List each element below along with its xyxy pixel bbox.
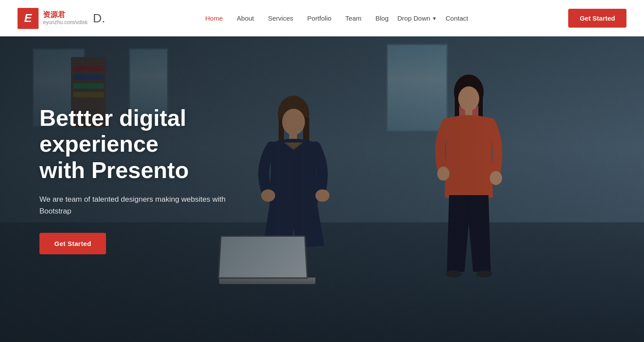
nav-contact: Contact	[440, 14, 474, 22]
chevron-down-icon: ▼	[432, 16, 437, 21]
brand-subtitle: eyunzhu.com/vdisk	[43, 19, 88, 25]
nav-blog: Blog	[370, 14, 394, 22]
hero-title: Bettter digital experience with Presento	[39, 105, 232, 184]
nav-dropdown: Drop Down ▼	[397, 7, 437, 30]
nav-portfolio-link[interactable]: Portfolio	[302, 11, 336, 25]
brand-dot: D.	[93, 11, 105, 25]
nav-services: Services	[263, 14, 299, 22]
nav-dropdown-link[interactable]: Drop Down ▼	[397, 3, 437, 33]
brand-text: 资源君 eyunzhu.com/vdisk	[43, 11, 88, 25]
nav-home-link[interactable]: Home	[200, 11, 228, 25]
hero-content: Bettter digital experience with Presento…	[0, 105, 272, 255]
hero-title-line2: with Presento	[39, 157, 189, 183]
hero-title-line1: Bettter digital experience	[39, 105, 186, 157]
hero-subtitle: We are team of talented designers making…	[39, 193, 232, 217]
nav-portfolio: Portfolio	[302, 14, 336, 22]
nav-team-link[interactable]: Team	[340, 11, 367, 25]
hero-section: ♻	[0, 0, 644, 342]
nav-about-link[interactable]: About	[232, 11, 259, 25]
brand-logo-link[interactable]: E 资源君 eyunzhu.com/vdisk D.	[18, 8, 105, 29]
hero-cta-button[interactable]: Get Started	[39, 233, 106, 254]
nav-blog-link[interactable]: Blog	[370, 11, 394, 25]
nav-links: Home About Services Portfolio Team Blog …	[200, 7, 474, 30]
brand-name: 资源君	[43, 11, 88, 19]
nav-home: Home	[200, 14, 228, 22]
dropdown-toggle: Drop Down ▼	[397, 14, 437, 22]
nav-about: About	[232, 14, 259, 22]
navbar: E 资源君 eyunzhu.com/vdisk D. Home About Se…	[0, 0, 644, 36]
brand-logo: E	[18, 8, 39, 29]
navbar-cta-button[interactable]: Get Started	[568, 9, 626, 28]
nav-services-link[interactable]: Services	[263, 11, 299, 25]
nav-team: Team	[340, 14, 367, 22]
nav-contact-link[interactable]: Contact	[440, 11, 474, 25]
